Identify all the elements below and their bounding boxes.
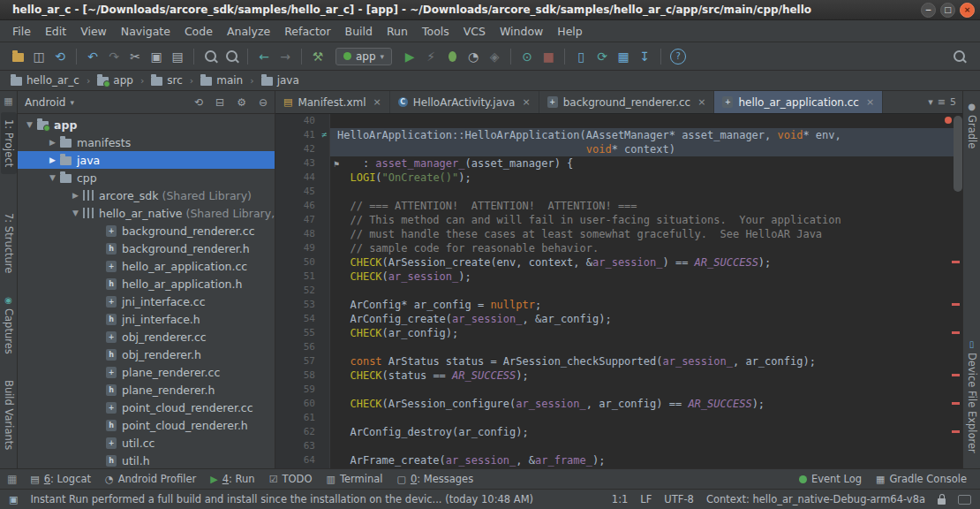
replace-icon[interactable]	[221, 47, 242, 66]
code-text[interactable]	[330, 411, 962, 425]
coverage-icon[interactable]: ◈	[484, 47, 505, 66]
tool-button-0-messages[interactable]: ▢0: Messages	[391, 471, 480, 487]
attach-debugger-icon[interactable]: ⊙	[516, 47, 538, 66]
code-text[interactable]: HelloArApplication::HelloArApplication(A…	[330, 128, 962, 142]
project-view-selector[interactable]: Android	[25, 96, 65, 109]
status-message[interactable]: Instant Run performed a full build and i…	[30, 493, 599, 505]
tree-toggle-icon[interactable]: ▼	[69, 209, 82, 217]
code-text[interactable]	[330, 383, 962, 397]
close-tab-icon[interactable]: ×	[373, 96, 381, 108]
menu-build[interactable]: Build	[338, 22, 380, 41]
sync-tree-icon[interactable]: ⟲	[194, 96, 203, 109]
editor-scrollbar[interactable]	[954, 116, 962, 192]
code-text[interactable]	[330, 340, 962, 354]
tree-node-background_renderer-h[interactable]: hbackground_renderer.h	[18, 239, 275, 257]
find-icon[interactable]	[200, 47, 221, 66]
line-separator[interactable]: LF	[640, 493, 652, 505]
close-tab-icon[interactable]: ×	[522, 96, 530, 108]
tree-toggle-icon[interactable]: ▼	[46, 173, 59, 182]
code-text[interactable]: CHECK(ar_session_);	[330, 270, 962, 284]
tree-node-hello_ar_application-cc[interactable]: +hello_ar_application.cc	[18, 257, 275, 275]
tree-node-hello_ar_native[interactable]: ▼hello_ar_native(Shared Library, ~/	[18, 204, 275, 222]
close-tab-icon[interactable]: ×	[866, 96, 874, 108]
tool-button-6-logcat[interactable]: ▤6: Logcat	[24, 471, 97, 487]
tool-tab-7-structure[interactable]: 7: Structure	[1, 206, 17, 280]
paste-icon[interactable]: ▤	[167, 47, 188, 66]
apply-changes-icon[interactable]: ⚡	[420, 47, 441, 66]
editor-tab-hello_ar_application-cc[interactable]: +hello_ar_application.cc×	[714, 91, 883, 113]
menu-code[interactable]: Code	[177, 22, 220, 41]
code-text[interactable]: ArConfig_create(ar_session_, &ar_config)…	[330, 312, 962, 326]
sync-gradle-icon[interactable]: ⟳	[592, 47, 613, 66]
code-text[interactable]: : asset_manager_(asset_manager) {	[330, 156, 962, 171]
breadcrumb-item-src[interactable]: src	[149, 74, 185, 87]
code-text[interactable]: LOGI("OnCreate()");	[330, 171, 962, 185]
settings-icon[interactable]: ⚙	[237, 96, 246, 109]
code-text[interactable]: ArConfig_destroy(ar_config);	[330, 425, 962, 439]
tree-node-hello_ar_application-h[interactable]: hhello_ar_application.h	[18, 275, 275, 292]
save-all-icon[interactable]: ◫	[28, 47, 49, 66]
editor-tab-background_renderer-cc[interactable]: +background_renderer.cc×	[539, 91, 715, 113]
tree-node-point_cloud_renderer-h[interactable]: hpoint_cloud_renderer.h	[18, 416, 275, 434]
tree-toggle-icon[interactable]: ▶	[46, 156, 59, 164]
caret-position[interactable]: 1:1	[612, 493, 629, 505]
code-text[interactable]: CHECK(status == AR_SUCCESS);	[330, 368, 962, 383]
tree-node-obj_renderer-cc[interactable]: +obj_renderer.cc	[18, 328, 275, 346]
code-text[interactable]: // sample code for reasonable behavior.	[330, 241, 962, 255]
code-text[interactable]	[330, 439, 962, 453]
code-text[interactable]	[330, 284, 962, 298]
tree-node-util-h[interactable]: hutil.h	[18, 452, 275, 468]
menu-refactor[interactable]: Refactor	[277, 22, 337, 41]
code-text[interactable]: ArConfig* ar_config = nullptr;	[330, 298, 962, 312]
tool-tab-device-file-explorer[interactable]: ▯Device File Explorer	[964, 332, 980, 460]
tree-node-point_cloud_renderer-cc[interactable]: +point_cloud_renderer.cc	[18, 399, 275, 416]
menu-navigate[interactable]: Navigate	[114, 22, 177, 41]
tree-node-jni_interface-h[interactable]: hjni_interface.h	[18, 310, 275, 328]
menu-file[interactable]: File	[5, 22, 38, 41]
breadcrumb-item-hello_ar_c[interactable]: hello_ar_c	[9, 74, 81, 87]
tool-tab-captures[interactable]: ◉Captures	[1, 288, 17, 361]
tool-button-terminal[interactable]: ▥Terminal	[320, 471, 389, 487]
tree-node-cpp[interactable]: ▼cpp	[18, 169, 275, 186]
code-text[interactable]: // === ATTENTION! ATTENTION! ATTENTION! …	[330, 199, 962, 213]
search-everywhere-icon[interactable]	[948, 47, 969, 66]
file-encoding[interactable]: UTF-8	[664, 493, 694, 505]
menu-edit[interactable]: Edit	[38, 22, 73, 41]
menu-tools[interactable]: Tools	[415, 22, 456, 41]
tree-node-java[interactable]: ▶java	[18, 151, 275, 169]
maximize-button[interactable]: □	[940, 3, 955, 18]
tool-tab-gradle[interactable]: ●Gradle	[964, 95, 980, 156]
tree-node-background_renderer-cc[interactable]: +background_renderer.cc	[18, 222, 275, 239]
breadcrumb-item-main[interactable]: main	[199, 74, 245, 87]
menu-window[interactable]: Window	[493, 22, 550, 41]
menu-analyze[interactable]: Analyze	[220, 22, 277, 41]
editor-tab-HelloArActivity-java[interactable]: CHelloArActivity.java×	[390, 91, 539, 113]
code-text[interactable]: CHECK(ar_config);	[330, 326, 962, 340]
tree-node-jni_interface-cc[interactable]: +jni_interface.cc	[18, 292, 275, 310]
tree-node-obj_renderer-h[interactable]: hobj_renderer.h	[18, 346, 275, 363]
code-text[interactable]	[330, 114, 962, 128]
cut-icon[interactable]: ✂	[124, 47, 146, 66]
hide-panel-icon[interactable]: ⊖	[259, 96, 268, 109]
sdk-manager-icon[interactable]: ↧	[634, 47, 655, 66]
help-icon[interactable]: ?	[670, 49, 686, 65]
close-tab-icon[interactable]: ×	[697, 96, 705, 108]
code-text[interactable]: // must handle these cases at least some…	[330, 227, 962, 241]
forward-icon[interactable]: →	[275, 47, 296, 66]
code-text[interactable]: const ArStatus status = ArSession_checkS…	[330, 354, 962, 368]
tool-tab-1-project[interactable]: 1: Project	[1, 112, 17, 174]
tool-button-gradle-console[interactable]: ▦Gradle Console	[870, 471, 973, 487]
open-icon[interactable]	[7, 47, 28, 66]
tool-button-android-profiler[interactable]: ◔Android Profiler	[99, 471, 202, 487]
undo-icon[interactable]: ↶	[82, 47, 103, 66]
tree-node-plane_renderer-h[interactable]: hplane_renderer.h	[18, 381, 275, 399]
code-text[interactable]: CHECK(ar_frame_);	[330, 467, 962, 468]
tree-node-util-cc[interactable]: +util.cc	[18, 434, 275, 452]
menu-help[interactable]: Help	[550, 22, 590, 41]
tree-node-arcore_sdk[interactable]: ▶arcore_sdk(Shared Library)	[18, 186, 275, 204]
toolwindow-switcher-icon[interactable]: ▦	[7, 473, 17, 485]
code-text[interactable]: ArFrame_create(ar_session_, &ar_frame_);	[330, 453, 962, 467]
run-icon[interactable]: ▶	[399, 47, 420, 66]
close-button[interactable]: ×	[960, 3, 975, 18]
back-icon[interactable]: ←	[253, 47, 275, 66]
